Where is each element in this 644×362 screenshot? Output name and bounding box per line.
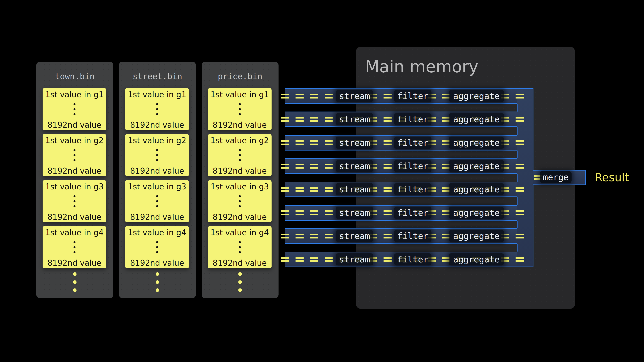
diagram-canvas: town.bin 1st value in g1 8192nd value 1s…	[0, 0, 644, 362]
file-column-street: street.bin 1st value in g1 8192nd value …	[119, 62, 196, 298]
aggregate-stage: aggregate	[449, 90, 504, 102]
granule-first-value: 1st value in g2	[42, 136, 106, 145]
granule-block-g4: 1st value in g4 8192nd value	[125, 226, 189, 268]
lane-gap	[285, 197, 518, 205]
pipeline-lane-5: stream filter aggregate	[285, 182, 517, 197]
file-column-town: town.bin 1st value in g1 8192nd value 1s…	[36, 62, 113, 298]
filter-stage: filter	[394, 160, 432, 172]
filter-stage: filter	[394, 230, 432, 242]
stream-stage: stream	[336, 207, 373, 219]
filter-stage: filter	[394, 90, 432, 102]
ellipsis-dots	[42, 241, 106, 256]
stream-stage: stream	[336, 113, 373, 125]
stream-stage: stream	[336, 183, 373, 195]
ellipsis-dots	[125, 241, 189, 256]
file-title: town.bin	[36, 71, 113, 81]
granule-first-value: 1st value in g2	[208, 136, 272, 145]
granule-first-value: 1st value in g3	[42, 182, 106, 191]
stream-stage: stream	[336, 160, 373, 172]
granule-first-value: 1st value in g3	[125, 182, 189, 191]
ellipsis-dots	[125, 149, 189, 164]
stream-stage: stream	[336, 90, 373, 102]
pipeline-lane-3: stream filter aggregate	[285, 135, 517, 150]
granule-first-value: 1st value in g1	[208, 90, 272, 99]
aggregate-stage: aggregate	[449, 207, 504, 219]
filter-stage: filter	[394, 207, 432, 219]
merge-lane: merge	[533, 170, 586, 185]
granule-last-value: 8192nd value	[208, 258, 272, 268]
merge-stage: merge	[540, 171, 572, 183]
aggregate-stage: aggregate	[449, 230, 504, 242]
pipeline-lane-4: stream filter aggregate	[285, 158, 517, 174]
granule-first-value: 1st value in g3	[208, 182, 272, 191]
filter-stage: filter	[394, 113, 432, 125]
granule-first-value: 1st value in g4	[42, 228, 106, 237]
granule-block-g3: 1st value in g3 8192nd value	[125, 180, 189, 222]
file-title: street.bin	[119, 71, 196, 81]
pipeline-lane-6: stream filter aggregate	[285, 205, 517, 221]
pipeline-lane-1: stream filter aggregate	[285, 88, 517, 104]
ellipsis-dots	[208, 195, 272, 210]
granule-last-value: 8192nd value	[208, 120, 272, 130]
more-granules-dots	[119, 272, 196, 296]
pipeline-lane-2: stream filter aggregate	[285, 112, 517, 127]
aggregate-stage: aggregate	[449, 137, 504, 149]
lane-gap	[285, 244, 518, 252]
aggregate-stage: aggregate	[449, 160, 504, 172]
ellipsis-dots	[208, 149, 272, 164]
ellipsis-dots	[125, 103, 189, 118]
granule-last-value: 8192nd value	[125, 212, 189, 222]
granule-last-value: 8192nd value	[125, 258, 189, 268]
file-title: price.bin	[202, 71, 278, 81]
pipeline-lane-7: stream filter aggregate	[285, 228, 517, 244]
granule-first-value: 1st value in g1	[125, 90, 189, 99]
granule-block-g1: 1st value in g1 8192nd value	[42, 88, 106, 130]
ellipsis-dots	[208, 241, 272, 256]
granule-last-value: 8192nd value	[125, 120, 189, 130]
granule-first-value: 1st value in g2	[125, 136, 189, 145]
granule-block-g3: 1st value in g3 8192nd value	[42, 180, 106, 222]
ellipsis-dots	[208, 103, 272, 118]
granule-block-g1: 1st value in g1 8192nd value	[125, 88, 189, 130]
stream-stage: stream	[336, 230, 373, 242]
filter-stage: filter	[394, 137, 432, 149]
granule-last-value: 8192nd value	[42, 166, 106, 176]
granule-block-g2: 1st value in g2 8192nd value	[42, 134, 106, 176]
aggregate-stage: aggregate	[449, 183, 504, 195]
granule-last-value: 8192nd value	[208, 212, 272, 222]
file-column-price: price.bin 1st value in g1 8192nd value 1…	[202, 62, 278, 298]
lane-gap	[285, 127, 518, 135]
stream-stage: stream	[336, 253, 373, 266]
granule-first-value: 1st value in g4	[125, 228, 189, 237]
ellipsis-dots	[42, 195, 106, 210]
aggregate-stage: aggregate	[449, 253, 504, 266]
lane-gap	[285, 174, 518, 182]
ellipsis-dots	[42, 103, 106, 118]
pipeline-lane-8: stream filter aggregate	[285, 252, 517, 267]
granule-last-value: 8192nd value	[42, 212, 106, 222]
granule-block-g2: 1st value in g2 8192nd value	[125, 134, 189, 176]
more-granules-dots	[202, 272, 278, 296]
result-label: Result	[595, 171, 629, 184]
granule-block-g1: 1st value in g1 8192nd value	[208, 88, 272, 130]
granule-first-value: 1st value in g4	[208, 228, 272, 237]
lane-gap	[285, 221, 518, 228]
aggregate-stage: aggregate	[449, 113, 504, 125]
granule-block-g2: 1st value in g2 8192nd value	[208, 134, 272, 176]
more-granules-dots	[36, 272, 113, 296]
granule-last-value: 8192nd value	[125, 166, 189, 176]
ellipsis-dots	[42, 149, 106, 164]
granule-last-value: 8192nd value	[42, 258, 106, 268]
filter-stage: filter	[394, 253, 432, 266]
main-memory-title: Main memory	[365, 58, 478, 76]
ellipsis-dots	[125, 195, 189, 210]
granule-last-value: 8192nd value	[42, 120, 106, 130]
lane-gap	[285, 104, 518, 112]
granule-last-value: 8192nd value	[208, 166, 272, 176]
granule-block-g4: 1st value in g4 8192nd value	[208, 226, 272, 268]
lane-gap	[285, 150, 518, 158]
granule-block-g4: 1st value in g4 8192nd value	[42, 226, 106, 268]
granule-first-value: 1st value in g1	[42, 90, 106, 99]
filter-stage: filter	[394, 183, 432, 195]
stream-stage: stream	[336, 137, 373, 149]
